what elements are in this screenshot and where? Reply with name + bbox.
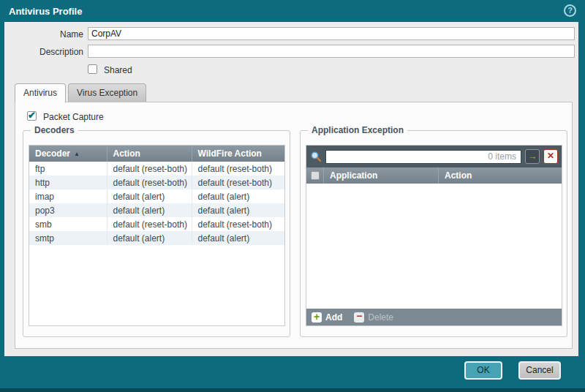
description-field[interactable]: [88, 45, 575, 58]
decoder-cell-decoder: smtp: [29, 231, 107, 245]
packet-capture-checkbox[interactable]: [27, 111, 37, 121]
decoder-cell-action[interactable]: default (reset-both): [107, 176, 192, 189]
decoder-row-imap[interactable]: imapdefault (alert)default (alert): [29, 189, 284, 203]
antivirus-profile-dialog: Antivirus Profile ? Name Description Sha…: [0, 0, 585, 392]
application-exception-table: 0 items → ✕ Application Action: [306, 145, 562, 326]
decoder-cell-decoder: ftp: [29, 162, 107, 176]
decoder-cell-wildfire-action[interactable]: default (alert): [192, 189, 284, 203]
name-label: Name: [4, 29, 83, 39]
add-icon: +: [312, 312, 322, 323]
decoders-table-body: ftpdefault (reset-both)default (reset-bo…: [29, 162, 284, 245]
action-col-header[interactable]: Action: [439, 167, 562, 184]
decoder-cell-action[interactable]: default (alert): [107, 189, 192, 203]
dialog-bottom-edge: [0, 388, 585, 392]
search-go-button[interactable]: →: [525, 149, 540, 164]
decoder-cell-wildfire-action[interactable]: default (reset-both): [192, 217, 284, 231]
application-table-body: [306, 184, 562, 309]
decoders-col-wildfire-action[interactable]: WildFire Action: [192, 146, 284, 162]
delete-button-label: Delete: [368, 312, 393, 323]
add-button-label: Add: [325, 312, 342, 323]
decoder-cell-decoder: pop3: [29, 203, 107, 217]
decoder-cell-action[interactable]: default (reset-both): [107, 162, 192, 176]
shared-label: Shared: [104, 65, 132, 75]
add-button[interactable]: + Add: [312, 312, 342, 323]
decoder-cell-wildfire-action[interactable]: default (reset-both): [192, 162, 284, 176]
decoder-row-ftp[interactable]: ftpdefault (reset-both)default (reset-bo…: [29, 162, 284, 176]
decoder-cell-action[interactable]: default (alert): [107, 203, 192, 217]
decoder-cell-wildfire-action[interactable]: default (alert): [192, 203, 284, 217]
application-col-header[interactable]: Application: [324, 167, 439, 184]
decoder-row-pop3[interactable]: pop3default (alert)default (alert): [29, 203, 284, 217]
application-exception-group: Application Exception 0 items → ✕: [300, 130, 567, 337]
decoders-header-row: Decoder▲ Action WildFire Action: [29, 146, 284, 162]
antivirus-tab-panel: Packet Capture Decoders Decoder▲ Action …: [15, 102, 573, 349]
decoder-row-http[interactable]: httpdefault (reset-both)default (reset-b…: [29, 176, 284, 189]
sort-asc-icon: ▲: [74, 151, 80, 157]
application-exception-legend: Application Exception: [308, 125, 407, 135]
select-all-cell: [306, 167, 324, 184]
decoders-col-action[interactable]: Action: [107, 146, 192, 162]
decoders-legend: Decoders: [31, 125, 78, 135]
tab-antivirus[interactable]: Antivirus: [15, 83, 66, 102]
cancel-button[interactable]: Cancel: [518, 361, 561, 380]
search-icon: [310, 151, 322, 162]
decoder-cell-wildfire-action[interactable]: default (reset-both): [192, 176, 284, 189]
help-icon[interactable]: ?: [564, 4, 576, 17]
decoders-col-decoder[interactable]: Decoder▲: [29, 146, 107, 162]
decoder-cell-action[interactable]: default (alert): [107, 231, 192, 245]
decoder-cell-decoder: imap: [29, 189, 107, 203]
decoders-table: Decoder▲ Action WildFire Action ftpdefau…: [29, 145, 285, 326]
decoder-cell-decoder: smb: [29, 217, 107, 231]
application-search-toolbar: 0 items → ✕: [306, 146, 562, 167]
shared-checkbox[interactable]: [88, 64, 97, 74]
decoder-cell-action[interactable]: default (reset-both): [107, 217, 192, 231]
ok-button[interactable]: OK: [464, 361, 502, 380]
decoder-cell-decoder: http: [29, 176, 107, 189]
select-all-checkbox[interactable]: [311, 171, 320, 180]
decoder-cell-wildfire-action[interactable]: default (alert): [192, 231, 284, 245]
description-label: Description: [4, 47, 83, 57]
decoder-row-smtp[interactable]: smtpdefault (alert)default (alert): [29, 231, 284, 245]
dialog-body: Name Description Shared Antivirus Virus …: [4, 22, 578, 356]
application-search-input[interactable]: 0 items: [325, 150, 521, 164]
tab-virus-exception[interactable]: Virus Exception: [68, 83, 146, 102]
name-field[interactable]: [88, 27, 575, 40]
packet-capture-label: Packet Capture: [43, 112, 104, 122]
search-clear-icon[interactable]: ✕: [543, 149, 558, 164]
delete-icon: −: [354, 312, 364, 323]
dialog-title: Antivirus Profile: [9, 6, 82, 17]
tab-bar: Antivirus Virus Exception: [15, 83, 146, 102]
decoders-group: Decoders Decoder▲ Action WildFire Action…: [23, 130, 290, 337]
delete-button[interactable]: − Delete: [354, 312, 393, 323]
application-header-row: Application Action: [306, 167, 562, 184]
items-count-badge: 0 items: [488, 151, 516, 162]
application-footer-toolbar: + Add − Delete: [306, 309, 562, 325]
decoder-row-smb[interactable]: smbdefault (reset-both)default (reset-bo…: [29, 217, 284, 231]
